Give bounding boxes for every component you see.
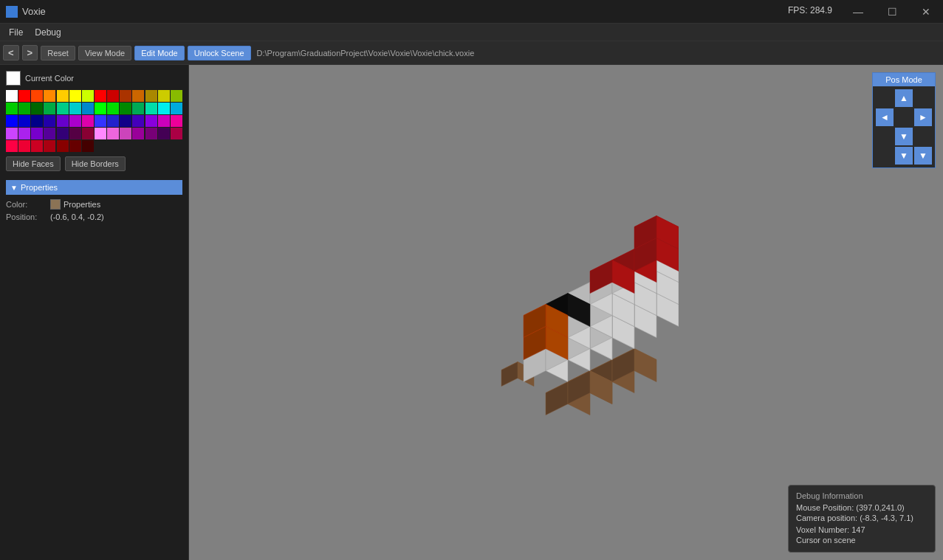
color-cell-52[interactable] <box>132 128 144 139</box>
pos-right-button[interactable]: ► <box>914 108 932 126</box>
color-cell-19[interactable] <box>69 103 81 114</box>
pos-empty-2 <box>914 89 932 107</box>
color-cell-20[interactable] <box>82 103 94 114</box>
color-cell-32[interactable] <box>57 115 69 127</box>
color-cell-47[interactable] <box>69 128 81 139</box>
debug-cursor-on-scene: Cursor on scene <box>796 536 927 545</box>
minimize-button[interactable]: — <box>841 0 875 24</box>
color-cell-51[interactable] <box>120 128 131 139</box>
color-cell-45[interactable] <box>44 128 55 139</box>
pos-up-button[interactable]: ▲ <box>895 89 913 107</box>
color-cell-29[interactable] <box>18 115 30 127</box>
reset-button[interactable]: Reset <box>41 46 75 61</box>
menu-debug[interactable]: Debug <box>29 26 66 39</box>
hide-borders-button[interactable]: Hide Borders <box>65 156 126 171</box>
color-cell-31[interactable] <box>44 115 55 127</box>
color-cell-27[interactable] <box>171 103 182 114</box>
color-section: Current Color Hide Faces Hide Borders <box>6 71 182 171</box>
color-cell-13[interactable] <box>171 90 182 102</box>
scene-container: .top-white { fill: #f0f0f0; stroke: #999… <box>398 171 679 454</box>
color-cell-9[interactable] <box>120 90 131 102</box>
menu-file[interactable]: File <box>3 26 29 39</box>
pos-mode-label: Pos Mode <box>873 73 935 86</box>
color-cell-36[interactable] <box>107 115 119 127</box>
position-prop-label: Position: <box>6 212 50 221</box>
color-cell-54[interactable] <box>158 128 170 139</box>
view-mode-button[interactable]: View Mode <box>78 46 131 61</box>
properties-section: ▼ Properties Color: Properties Position:… <box>6 180 182 221</box>
color-cell-56[interactable] <box>6 140 18 152</box>
color-cell-25[interactable] <box>145 103 157 114</box>
pos-left-button[interactable]: ◄ <box>876 108 894 126</box>
color-cell-61[interactable] <box>69 140 81 152</box>
color-cell-15[interactable] <box>18 103 30 114</box>
color-cell-2[interactable] <box>31 90 43 102</box>
color-cell-30[interactable] <box>31 115 43 127</box>
color-cell-60[interactable] <box>57 140 69 152</box>
debug-title: Debug Information <box>796 491 927 500</box>
color-cell-11[interactable] <box>145 90 157 102</box>
color-cell-10[interactable] <box>132 90 144 102</box>
color-cell-35[interactable] <box>95 115 106 127</box>
color-cell-44[interactable] <box>31 128 43 139</box>
color-cell-26[interactable] <box>158 103 170 114</box>
color-cell-17[interactable] <box>44 103 55 114</box>
titlebar: Voxie FPS: 284.9 — ☐ ✕ <box>0 0 943 24</box>
color-prop-value: Properties <box>64 200 100 209</box>
color-cell-34[interactable] <box>82 115 94 127</box>
pos-down-right-button[interactable]: ▼ <box>914 147 932 165</box>
color-cell-43[interactable] <box>18 128 30 139</box>
color-cell-23[interactable] <box>120 103 131 114</box>
color-cell-21[interactable] <box>95 103 106 114</box>
back-button[interactable]: < <box>3 45 19 61</box>
debug-camera-pos: Camera position: (-8.3, -4.3, 7.1) <box>796 514 927 522</box>
color-cell-12[interactable] <box>158 90 170 102</box>
color-cell-53[interactable] <box>145 128 157 139</box>
color-cell-5[interactable] <box>69 90 81 102</box>
color-cell-55[interactable] <box>171 128 182 139</box>
color-cell-40[interactable] <box>158 115 170 127</box>
hide-faces-button[interactable]: Hide Faces <box>6 156 61 171</box>
color-cell-38[interactable] <box>132 115 144 127</box>
color-cell-37[interactable] <box>120 115 131 127</box>
pos-empty-1 <box>876 89 894 107</box>
unlock-scene-button[interactable]: Unlock Scene <box>188 46 251 61</box>
current-color-label: Current Color <box>25 74 74 83</box>
color-cell-42[interactable] <box>6 128 18 139</box>
color-cell-59[interactable] <box>44 140 55 152</box>
color-cell-4[interactable] <box>57 90 69 102</box>
color-cell-28[interactable] <box>6 115 18 127</box>
color-cell-6[interactable] <box>82 90 94 102</box>
color-cell-18[interactable] <box>57 103 69 114</box>
current-color-swatch[interactable] <box>6 71 21 86</box>
color-cell-49[interactable] <box>95 128 106 139</box>
color-prop-swatch <box>50 199 61 210</box>
color-cell-16[interactable] <box>31 103 43 114</box>
color-cell-41[interactable] <box>171 115 182 127</box>
color-cell-58[interactable] <box>31 140 43 152</box>
color-cell-7[interactable] <box>95 90 106 102</box>
color-cell-24[interactable] <box>132 103 144 114</box>
color-cell-33[interactable] <box>69 115 81 127</box>
color-cell-50[interactable] <box>107 128 119 139</box>
properties-header[interactable]: ▼ Properties <box>6 180 182 195</box>
color-cell-48[interactable] <box>82 128 94 139</box>
color-cell-46[interactable] <box>57 128 69 139</box>
color-cell-8[interactable] <box>107 90 119 102</box>
close-button[interactable]: ✕ <box>909 0 943 24</box>
color-cell-57[interactable] <box>18 140 30 152</box>
current-color-row: Current Color <box>6 71 182 86</box>
color-cell-3[interactable] <box>44 90 55 102</box>
color-cell-14[interactable] <box>6 103 18 114</box>
viewport[interactable]: .top-white { fill: #f0f0f0; stroke: #999… <box>189 65 943 560</box>
edit-mode-button[interactable]: Edit Mode <box>134 46 185 61</box>
color-cell-1[interactable] <box>18 90 30 102</box>
maximize-button[interactable]: ☐ <box>875 0 909 24</box>
color-cell-22[interactable] <box>107 103 119 114</box>
color-cell-62[interactable] <box>82 140 94 152</box>
forward-button[interactable]: > <box>22 45 38 61</box>
color-cell-39[interactable] <box>145 115 157 127</box>
pos-down-left-button[interactable]: ▼ <box>895 147 913 165</box>
pos-down-button[interactable]: ▼ <box>895 128 913 145</box>
color-cell-0[interactable] <box>6 90 18 102</box>
